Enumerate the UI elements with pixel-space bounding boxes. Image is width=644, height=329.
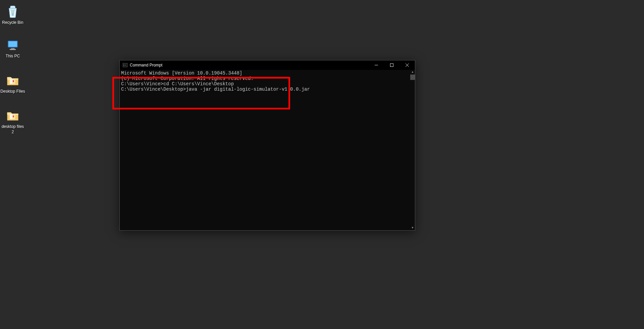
svg-rect-2	[11, 48, 15, 49]
desktop-icon-label: This PC	[6, 54, 20, 59]
window-title: Command Prompt	[130, 63, 162, 67]
terminal-line: Microsoft Windows [Version 10.0.19045.34…	[121, 70, 415, 76]
terminal-body[interactable]: Microsoft Windows [Version 10.0.19045.34…	[120, 70, 415, 230]
desktop-icon-this-pc[interactable]: This PC	[0, 37, 25, 59]
desktop-icon-label: Recycle Bin	[2, 20, 23, 26]
svg-rect-1	[8, 41, 17, 47]
terminal-line: C:\Users\Vince>cd C:\Users\Vince\Desktop	[121, 81, 415, 87]
desktop-icon-label: Desktop FIles	[0, 89, 25, 94]
terminal-line: (c) Microsoft Corporation. All rights re…	[121, 76, 415, 81]
desktop-icon-recycle-bin[interactable]: Recycle Bin	[0, 3, 25, 26]
command-prompt-icon: C:\	[122, 62, 128, 68]
folder-icon	[5, 107, 21, 124]
command-prompt-window: C:\ Command Prompt Microsoft Windows [Ve…	[119, 60, 415, 231]
scroll-up-icon[interactable]: ▲	[410, 70, 415, 75]
this-pc-icon	[5, 37, 21, 53]
terminal-line: C:\Users\Vince\Desktop>java -jar digital…	[121, 87, 415, 92]
recycle-bin-icon	[5, 3, 21, 19]
desktop-icon-desktop-files[interactable]: Desktop FIles	[0, 72, 25, 94]
svg-rect-9	[13, 115, 14, 117]
scroll-down-icon[interactable]: ▼	[410, 226, 415, 230]
svg-rect-3	[10, 49, 16, 50]
terminal-scrollbar[interactable]: ▲ ▼	[410, 70, 415, 230]
desktop-icon-desktop-files-2[interactable]: desktop files 2	[0, 107, 25, 135]
folder-icon	[5, 72, 21, 88]
svg-rect-13	[390, 64, 393, 67]
svg-rect-6	[13, 80, 14, 82]
maximize-button[interactable]	[384, 60, 399, 70]
minimize-button[interactable]	[369, 60, 384, 70]
svg-text:C:\: C:\	[123, 64, 126, 66]
window-titlebar[interactable]: C:\ Command Prompt	[120, 60, 415, 70]
close-button[interactable]	[399, 60, 415, 70]
desktop-icon-label: desktop files 2	[0, 124, 25, 135]
scroll-thumb[interactable]	[410, 75, 415, 80]
